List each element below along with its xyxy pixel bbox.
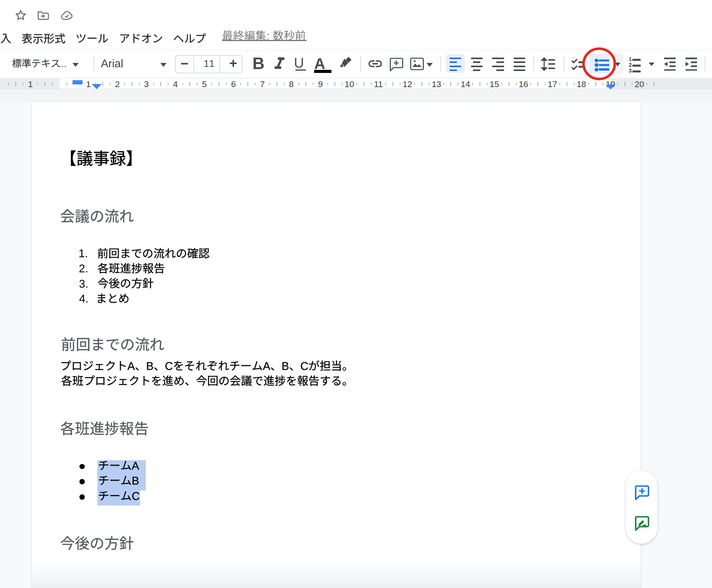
svg-text:3: 3 — [629, 68, 632, 74]
svg-text:1: 1 — [629, 56, 632, 62]
svg-text:2: 2 — [629, 62, 632, 68]
